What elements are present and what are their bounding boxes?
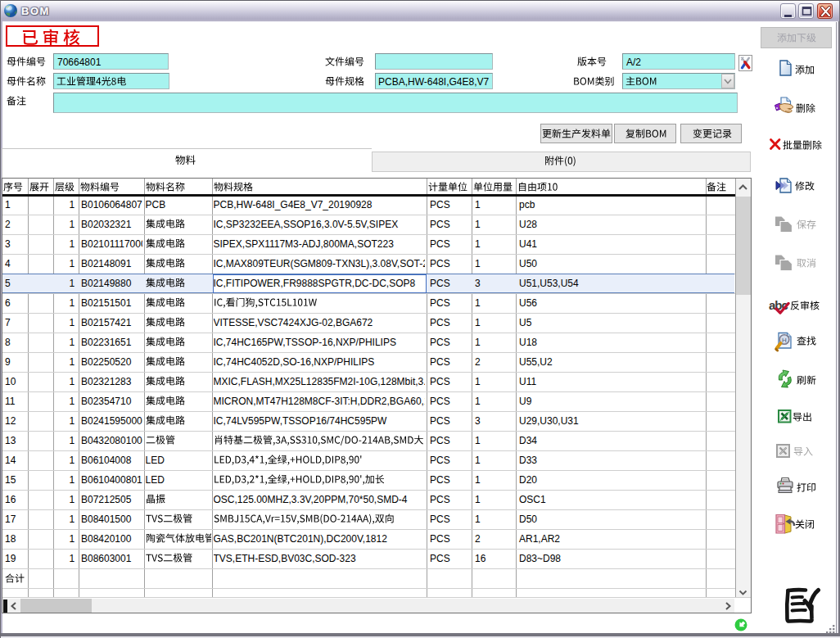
- svg-text:H: H: [782, 337, 787, 344]
